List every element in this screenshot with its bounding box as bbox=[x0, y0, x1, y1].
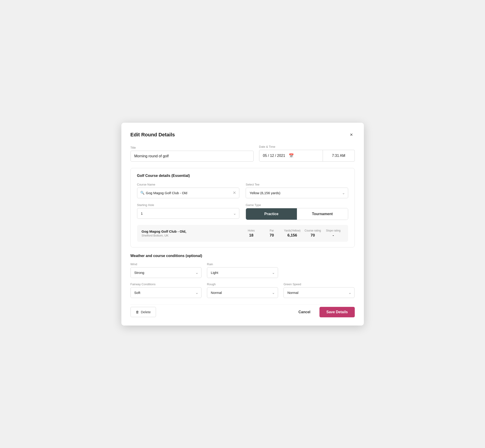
weather-section: Weather and course conditions (optional)… bbox=[130, 254, 355, 298]
modal-header: Edit Round Details × bbox=[130, 131, 355, 139]
par-value: 70 bbox=[262, 233, 282, 238]
select-tee-wrap: Yellow (6,156 yards) ⌄ bbox=[246, 188, 348, 198]
rain-select[interactable]: Light bbox=[207, 267, 278, 278]
select-tee-input[interactable]: Yellow (6,156 yards) bbox=[246, 188, 348, 198]
course-rating-label: Course rating bbox=[303, 229, 323, 232]
delete-button[interactable]: 🗑 Delete bbox=[130, 307, 156, 317]
course-name-label: Course Name bbox=[137, 183, 240, 186]
course-info-location: Shelford Bottom, UK bbox=[142, 234, 241, 237]
date-value: 05 / 12 / 2021 bbox=[263, 154, 285, 158]
edit-round-modal: Edit Round Details × Title Date & Time 0… bbox=[121, 123, 364, 326]
datetime-row: 05 / 12 / 2021 📅 7:31 AM bbox=[259, 150, 355, 162]
fairway-select-wrap: Soft ⌄ bbox=[130, 287, 202, 298]
game-type-toggle: Practice Tournament bbox=[246, 208, 348, 220]
trash-icon: 🗑 bbox=[136, 310, 139, 314]
starting-hole-group: Starting Hole 1 ⌄ bbox=[137, 203, 240, 220]
stat-slope-rating: Slope rating - bbox=[323, 229, 344, 238]
fairway-select[interactable]: Soft bbox=[130, 287, 202, 298]
course-info-name: Gog Magog Golf Club - Old, Shelford Bott… bbox=[142, 230, 241, 237]
course-info-name-text: Gog Magog Golf Club - Old, bbox=[142, 230, 241, 233]
yards-value: 6,156 bbox=[282, 233, 303, 238]
save-button[interactable]: Save Details bbox=[319, 307, 355, 317]
modal-title: Edit Round Details bbox=[130, 132, 175, 138]
stat-par: Par 70 bbox=[262, 229, 282, 238]
select-tee-group: Select Tee Yellow (6,156 yards) ⌄ bbox=[246, 183, 348, 198]
top-row: Title Date & Time 05 / 12 / 2021 📅 7:31 … bbox=[130, 145, 355, 162]
stat-yards: Yards(Yellow) 6,156 bbox=[282, 229, 303, 238]
green-speed-select-wrap: Normal ⌄ bbox=[283, 287, 355, 298]
wind-group: Wind Strong ⌄ bbox=[130, 263, 202, 278]
starting-hole-wrap: 1 ⌄ bbox=[137, 208, 240, 219]
close-button[interactable]: × bbox=[348, 131, 355, 139]
rain-label: Rain bbox=[207, 263, 278, 266]
datetime-field-group: Date & Time 05 / 12 / 2021 📅 7:31 AM bbox=[259, 145, 355, 162]
fairway-rough-green-row: Fairway Conditions Soft ⌄ Rough Normal ⌄ bbox=[130, 282, 355, 298]
course-name-group: Course Name 🔍 ✕ bbox=[137, 183, 240, 198]
title-field-group: Title bbox=[130, 146, 254, 162]
rough-group: Rough Normal ⌄ bbox=[207, 282, 278, 298]
search-icon: 🔍 bbox=[140, 191, 145, 195]
wind-rain-row: Wind Strong ⌄ Rain Light ⌄ bbox=[130, 263, 355, 278]
wind-select-wrap: Strong ⌄ bbox=[130, 267, 202, 278]
stat-course-rating: Course rating 70 bbox=[303, 229, 323, 238]
green-speed-select[interactable]: Normal bbox=[283, 287, 355, 298]
hole-gametype-row: Starting Hole 1 ⌄ Game Type Practice Tou… bbox=[137, 203, 348, 220]
course-name-input[interactable] bbox=[137, 188, 240, 198]
starting-hole-label: Starting Hole bbox=[137, 203, 240, 207]
select-tee-label: Select Tee bbox=[246, 183, 348, 186]
course-name-tee-row: Course Name 🔍 ✕ Select Tee Yellow (6,156… bbox=[137, 183, 348, 198]
fairway-label: Fairway Conditions bbox=[130, 282, 202, 286]
golf-course-title: Golf Course details (Essential) bbox=[137, 174, 348, 178]
rough-select[interactable]: Normal bbox=[207, 287, 278, 298]
title-input[interactable] bbox=[130, 151, 254, 162]
course-rating-value: 70 bbox=[303, 233, 323, 238]
title-label: Title bbox=[130, 146, 254, 149]
fairway-group: Fairway Conditions Soft ⌄ bbox=[130, 282, 202, 298]
course-info-row: Gog Magog Golf Club - Old, Shelford Bott… bbox=[137, 225, 348, 242]
green-speed-group: Green Speed Normal ⌄ bbox=[283, 282, 355, 298]
clear-icon[interactable]: ✕ bbox=[233, 190, 236, 195]
modal-footer: 🗑 Delete Cancel Save Details bbox=[130, 304, 355, 317]
practice-button[interactable]: Practice bbox=[246, 208, 297, 220]
slope-rating-label: Slope rating bbox=[323, 229, 344, 232]
game-type-group: Game Type Practice Tournament bbox=[246, 203, 348, 220]
slope-rating-value: - bbox=[323, 233, 344, 238]
time-input[interactable]: 7:31 AM bbox=[323, 150, 355, 162]
date-input[interactable]: 05 / 12 / 2021 📅 bbox=[259, 150, 323, 162]
holes-label: Holes bbox=[241, 229, 262, 232]
game-type-label: Game Type bbox=[246, 203, 348, 207]
wind-select[interactable]: Strong bbox=[130, 267, 202, 278]
rough-label: Rough bbox=[207, 282, 278, 286]
yards-label: Yards(Yellow) bbox=[282, 229, 303, 232]
rain-group: Rain Light ⌄ bbox=[207, 263, 278, 278]
tournament-button[interactable]: Tournament bbox=[297, 208, 348, 220]
golf-course-section: Golf Course details (Essential) Course N… bbox=[130, 168, 355, 248]
weather-title: Weather and course conditions (optional) bbox=[130, 254, 355, 258]
cancel-button[interactable]: Cancel bbox=[295, 307, 314, 317]
holes-value: 18 bbox=[241, 233, 262, 238]
rain-select-wrap: Light ⌄ bbox=[207, 267, 278, 278]
calendar-icon: 📅 bbox=[289, 153, 294, 158]
footer-right: Cancel Save Details bbox=[295, 307, 355, 317]
stat-holes: Holes 18 bbox=[241, 229, 262, 238]
green-speed-label: Green Speed bbox=[283, 282, 355, 286]
starting-hole-select[interactable]: 1 bbox=[137, 208, 240, 219]
par-label: Par bbox=[262, 229, 282, 232]
rough-select-wrap: Normal ⌄ bbox=[207, 287, 278, 298]
delete-label: Delete bbox=[141, 310, 151, 314]
time-value: 7:31 AM bbox=[332, 154, 345, 158]
wind-label: Wind bbox=[130, 263, 202, 266]
course-name-input-wrap: 🔍 ✕ bbox=[137, 188, 240, 198]
datetime-label: Date & Time bbox=[259, 145, 355, 148]
